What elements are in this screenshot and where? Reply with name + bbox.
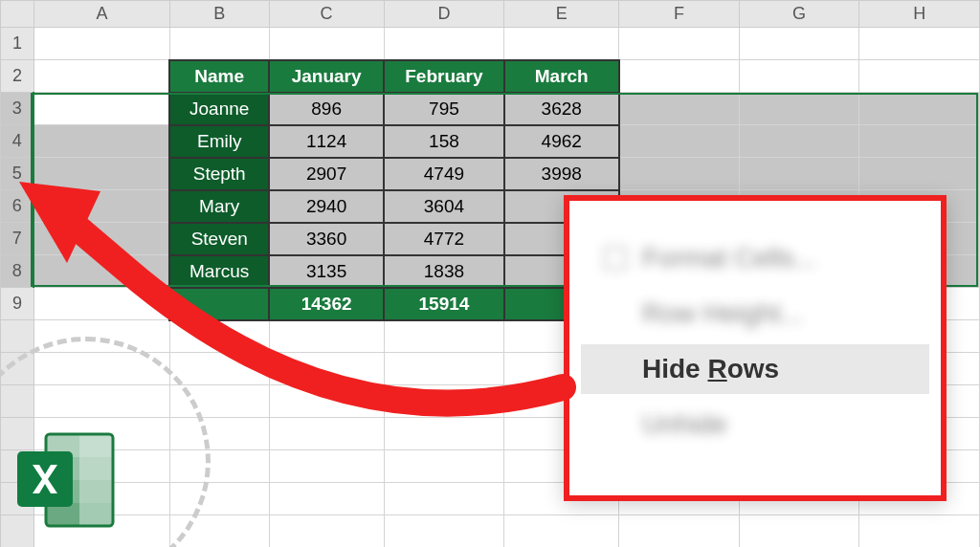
select-all-corner[interactable]	[1, 1, 34, 28]
value-cell[interactable]: 1124	[269, 125, 384, 158]
row-header-3[interactable]: 3	[1, 93, 34, 125]
column-headers: A B C D E F G H	[1, 1, 980, 28]
row-header-5[interactable]: 5	[1, 158, 34, 190]
value-cell[interactable]: 4749	[384, 158, 504, 190]
context-menu[interactable]: Format Cells... Row Height... Hide Rows …	[564, 195, 947, 501]
row-header-8[interactable]: 8	[1, 255, 34, 288]
col-header-B[interactable]: B	[169, 1, 269, 28]
svg-rect-5	[79, 457, 113, 480]
total-feb[interactable]: 15914	[384, 288, 504, 320]
name-cell[interactable]: Emily	[169, 125, 269, 158]
table-header-jan[interactable]: January	[269, 60, 384, 93]
format-cells-icon	[604, 247, 627, 270]
value-cell[interactable]: 795	[384, 93, 504, 125]
row-header-7[interactable]: 7	[1, 223, 34, 255]
name-cell[interactable]: Stepth	[169, 158, 269, 190]
value-cell[interactable]: 3135	[269, 255, 384, 288]
col-header-C[interactable]: C	[269, 1, 384, 28]
row-5[interactable]: 5 Stepth 2907 4749 3998	[1, 158, 980, 190]
value-cell[interactable]: 3604	[384, 190, 504, 223]
row-1[interactable]: 1	[1, 28, 980, 60]
menu-unhide[interactable]: Unhide	[581, 400, 929, 449]
name-cell[interactable]: Marcus	[169, 255, 269, 288]
value-cell[interactable]: 3628	[504, 93, 619, 125]
value-cell[interactable]: 4772	[384, 223, 504, 255]
svg-rect-7	[79, 480, 113, 503]
col-header-H[interactable]: H	[859, 1, 980, 28]
total-name[interactable]	[169, 288, 269, 320]
value-cell[interactable]: 3998	[504, 158, 619, 190]
row-4[interactable]: 4 Emily 1124 158 4962	[1, 125, 980, 158]
col-header-E[interactable]: E	[504, 1, 619, 28]
value-cell[interactable]: 4962	[504, 125, 619, 158]
table-header-feb[interactable]: February	[384, 60, 504, 93]
value-cell[interactable]: 2907	[269, 158, 384, 190]
col-header-D[interactable]: D	[384, 1, 504, 28]
name-cell[interactable]: Mary	[169, 190, 269, 223]
col-header-G[interactable]: G	[739, 1, 859, 28]
row-header-6[interactable]: 6	[1, 190, 34, 223]
col-header-A[interactable]: A	[33, 1, 169, 28]
menu-format-cells[interactable]: Format Cells...	[581, 233, 929, 283]
menu-hide-rows-label: Hide Rows	[642, 354, 779, 384]
value-cell[interactable]: 896	[269, 93, 384, 125]
row-header-2[interactable]: 2	[1, 60, 34, 93]
name-cell[interactable]: Steven	[169, 223, 269, 255]
row-3[interactable]: 3 Joanne 896 795 3628	[1, 93, 980, 125]
row-header-1[interactable]: 1	[1, 28, 34, 60]
menu-row-height[interactable]: Row Height...	[581, 289, 929, 339]
total-jan[interactable]: 14362	[269, 288, 384, 320]
table-header-name[interactable]: Name	[169, 60, 269, 93]
row-header-9[interactable]: 9	[1, 288, 34, 320]
row-header-4[interactable]: 4	[1, 125, 34, 158]
svg-rect-3	[79, 434, 113, 457]
menu-hide-rows[interactable]: Hide Rows	[581, 344, 929, 394]
svg-rect-9	[79, 503, 113, 526]
value-cell[interactable]: 3360	[269, 223, 384, 255]
value-cell[interactable]: 2940	[269, 190, 384, 223]
value-cell[interactable]: 158	[384, 125, 504, 158]
name-cell[interactable]: Joanne	[169, 93, 269, 125]
excel-logo-icon	[10, 423, 124, 537]
row-2[interactable]: 2 Name January February March	[1, 60, 980, 93]
table-header-mar[interactable]: March	[504, 60, 619, 93]
col-header-F[interactable]: F	[619, 1, 740, 28]
value-cell[interactable]: 1838	[384, 255, 504, 288]
